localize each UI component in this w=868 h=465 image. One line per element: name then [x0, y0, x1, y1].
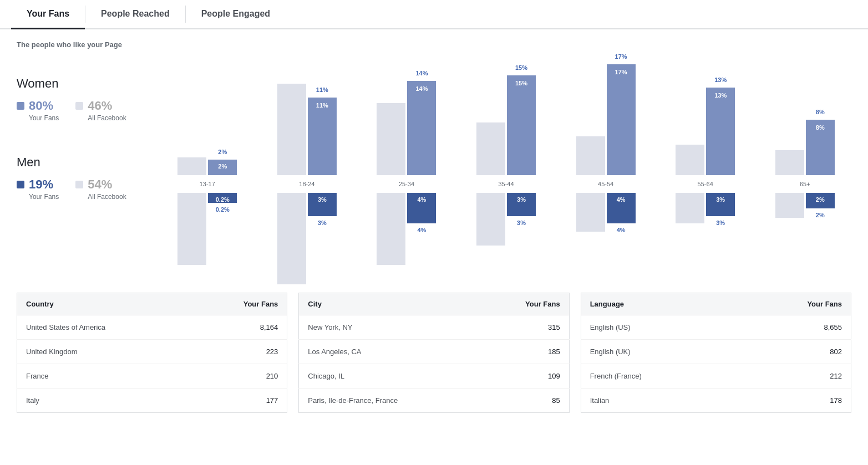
bar-chart: 2%2%13-170.2%0.2%11%11%18-243%3%14%14%25…	[161, 65, 851, 276]
women-pct-label-65+: 8%	[816, 109, 825, 115]
age-label-55-64: 55-64	[659, 175, 752, 193]
tab-people-engaged[interactable]: People Engaged	[186, 0, 286, 29]
country-col-header: Country	[17, 293, 192, 315]
men-all-swatch	[75, 181, 83, 188]
men-fans-item: 19% Your Fans	[17, 177, 59, 201]
table-cell-name: English (UK)	[581, 340, 734, 364]
women-fans-bar-13-17: 2%2%	[208, 160, 237, 175]
city-fans-header: Your Fans	[480, 293, 569, 315]
women-fans-bar-18-24: 11%11%	[308, 98, 337, 175]
tab-your-fans[interactable]: Your Fans	[11, 0, 85, 29]
men-all-bar-13-17	[177, 193, 206, 265]
table-cell-name: New York, NY	[299, 315, 480, 340]
age-label-45-54: 45-54	[559, 175, 652, 193]
women-fans-bar-45-54: 17%17%	[607, 64, 636, 175]
table-cell-value: 178	[735, 389, 851, 413]
table-cell-name: Chicago, IL	[299, 364, 480, 389]
legend-area: Women 80% Your Fans 46%	[17, 60, 161, 201]
bar-group-35-44: 15%15%35-443%3%	[460, 70, 553, 259]
men-fans-label: Your Fans	[29, 193, 59, 201]
section-subtitle: The people who like your Page	[17, 40, 851, 49]
table-row: English (UK)802	[581, 340, 851, 364]
women-all-bar-35-44	[476, 122, 505, 175]
women-legend-items: 80% Your Fans 46% All Facebook	[17, 99, 161, 122]
women-pct-label-55-64: 13%	[714, 76, 727, 83]
men-fans-bar-55-64: 3%3%	[706, 193, 735, 216]
table-cell-value: 185	[480, 340, 569, 364]
main-container: Your Fans People Reached People Engaged …	[0, 0, 868, 465]
women-all-bar-65+	[775, 150, 804, 175]
table-row: Italy177	[17, 389, 287, 413]
bar-group-13-17: 2%2%13-170.2%0.2%	[161, 70, 254, 259]
age-label-35-44: 35-44	[460, 175, 553, 193]
table-cell-name: United Kingdom	[17, 340, 192, 364]
men-fans-pct: 19%	[29, 177, 53, 192]
women-fans-swatch	[17, 102, 24, 110]
men-all-bar-55-64	[676, 193, 704, 223]
tabs-bar: Your Fans People Reached People Engaged	[0, 0, 868, 29]
tab-people-reached[interactable]: People Reached	[85, 0, 185, 29]
table-cell-value: 8,164	[192, 315, 287, 340]
table-cell-value: 802	[735, 340, 851, 364]
women-fans-bar-35-44: 15%15%	[507, 75, 536, 175]
men-title: Men	[17, 155, 161, 170]
women-fans-bar-55-64: 13%13%	[706, 88, 735, 175]
men-pct-label-13-17: 0.2%	[216, 206, 230, 213]
women-legend: Women 80% Your Fans 46%	[17, 76, 161, 122]
language-table: Language Your Fans English (US)8,655Engl…	[581, 293, 851, 413]
age-label-13-17: 13-17	[161, 175, 254, 193]
table-cell-name: France	[17, 364, 192, 389]
table-cell-name: Paris, Ile-de-France, France	[299, 389, 480, 413]
table-cell-name: English (US)	[581, 315, 734, 340]
bar-group-55-64: 13%13%55-643%3%	[659, 70, 752, 259]
table-cell-name: United States of America	[17, 315, 192, 340]
table-row: France210	[17, 364, 287, 389]
men-fans-bar-45-54: 4%4%	[607, 193, 636, 223]
women-all-bar-45-54	[576, 136, 605, 175]
women-all-item: 46% All Facebook	[75, 99, 126, 122]
men-pct-label-25-34: 4%	[417, 227, 426, 233]
men-all-bar-35-44	[476, 193, 505, 246]
table-row: Paris, Ile-de-France, France85	[299, 389, 569, 413]
table-row: New York, NY315	[299, 315, 569, 340]
women-fans-bar-65+: 8%8%	[806, 120, 835, 175]
women-all-bar-25-34	[377, 103, 405, 175]
men-fans-bar-65+: 2%2%	[806, 193, 835, 208]
women-pct-label-25-34: 14%	[415, 70, 428, 76]
tables-section: Country Your Fans United States of Ameri…	[17, 293, 851, 413]
country-fans-header: Your Fans	[192, 293, 287, 315]
bar-group-45-54: 17%17%45-544%4%	[559, 70, 652, 259]
table-cell-value: 210	[192, 364, 287, 389]
women-pct-label-18-24: 11%	[316, 86, 328, 93]
women-all-bar-13-17	[177, 157, 206, 175]
age-label-65+: 65+	[758, 175, 851, 193]
men-pct-label-35-44: 3%	[517, 219, 526, 226]
women-pct-label-13-17: 2%	[218, 149, 227, 155]
women-pct-label-45-54: 17%	[615, 53, 627, 60]
men-fans-bar-18-24: 3%3%	[308, 193, 337, 216]
men-fans-bar-35-44: 3%3%	[507, 193, 536, 216]
women-all-pct: 46%	[88, 99, 112, 113]
women-fans-item: 80% Your Fans	[17, 99, 59, 122]
men-pct-label-55-64: 3%	[716, 219, 725, 226]
men-pct-label-65+: 2%	[816, 212, 825, 218]
women-fans-pct: 80%	[29, 99, 53, 113]
table-cell-value: 8,655	[735, 315, 851, 340]
country-table: Country Your Fans United States of Ameri…	[17, 293, 287, 413]
city-col-header: City	[299, 293, 480, 315]
bar-group-18-24: 11%11%18-243%3%	[261, 70, 354, 259]
table-row: French (France)212	[581, 364, 851, 389]
main-content: The people who like your Page Women 80% …	[0, 29, 868, 424]
language-fans-header: Your Fans	[735, 293, 851, 315]
men-all-pct: 54%	[88, 177, 112, 192]
women-fans-label: Your Fans	[29, 114, 59, 122]
women-all-swatch	[75, 102, 83, 110]
table-cell-value: 223	[192, 340, 287, 364]
table-row: Los Angeles, CA185	[299, 340, 569, 364]
table-cell-value: 212	[735, 364, 851, 389]
men-all-bar-25-34	[377, 193, 405, 265]
table-cell-name: Italy	[17, 389, 192, 413]
men-fans-swatch	[17, 181, 24, 188]
table-cell-value: 177	[192, 389, 287, 413]
language-col-header: Language	[581, 293, 734, 315]
